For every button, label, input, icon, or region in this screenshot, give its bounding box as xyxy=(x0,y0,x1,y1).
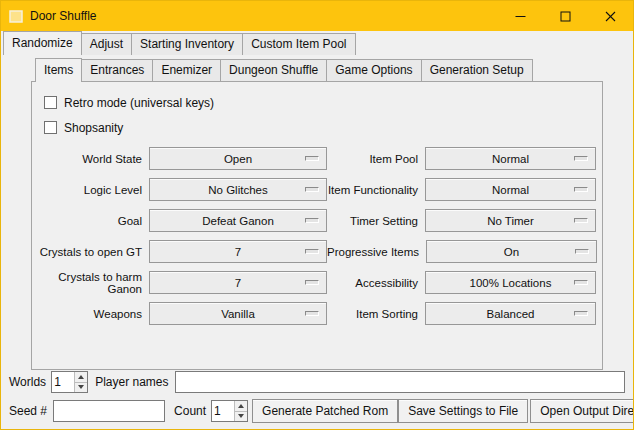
bottom-controls: Worlds Player names Seed # Count xyxy=(1,370,633,430)
world-state-value: Open xyxy=(224,153,252,165)
count-spin-buttons xyxy=(234,401,247,421)
dropdown-indicator-icon xyxy=(574,156,588,161)
item-functionality-dropdown[interactable]: Normal xyxy=(425,178,596,201)
dropdown-indicator-icon xyxy=(305,280,319,285)
option-row: Logic Level No Glitches Item Functionali… xyxy=(38,174,596,205)
dropdown-indicator-icon xyxy=(574,280,588,285)
shopsanity-label: Shopsanity xyxy=(64,121,123,135)
retro-mode-checkbox[interactable] xyxy=(44,96,57,109)
accessibility-label: Accessibility xyxy=(327,277,418,289)
crystals-harm-ganon-label: Crystals to harm Ganon xyxy=(38,271,142,295)
inner-tab-bar: Items Entrances Enemizer Dungeon Shuffle… xyxy=(31,58,603,81)
world-state-label: World State xyxy=(38,153,142,165)
window-title: Door Shuffle xyxy=(30,9,97,23)
seed-label: Seed # xyxy=(9,404,47,418)
count-spinner[interactable] xyxy=(211,400,248,422)
player-names-label: Player names xyxy=(95,375,168,389)
item-sorting-value: Balanced xyxy=(487,308,535,320)
item-pool-value: Normal xyxy=(492,153,529,165)
close-button[interactable] xyxy=(588,1,633,31)
accessibility-dropdown[interactable]: 100% Locations xyxy=(425,271,596,294)
timer-setting-label: Timer Setting xyxy=(327,215,418,227)
items-panel: Retro mode (universal keys) Shopsanity W… xyxy=(31,81,603,370)
multiworld-row: Worlds Player names xyxy=(9,370,625,394)
client-area: Randomize Adjust Starting Inventory Cust… xyxy=(1,31,633,429)
timer-setting-dropdown[interactable]: No Timer xyxy=(425,209,596,232)
count-spin-up[interactable] xyxy=(235,401,247,411)
shopsanity-checkbox[interactable] xyxy=(44,121,57,134)
retro-mode-row: Retro mode (universal keys) xyxy=(38,90,596,115)
worlds-spin-up[interactable] xyxy=(75,372,87,382)
weapons-dropdown[interactable]: Vanilla xyxy=(149,302,327,325)
arrow-down-icon xyxy=(78,385,84,389)
tab-dungeon-shuffle[interactable]: Dungeon Shuffle xyxy=(221,59,327,81)
tab-generation-setup[interactable]: Generation Setup xyxy=(422,59,533,81)
window-controls xyxy=(498,1,633,31)
weapons-label: Weapons xyxy=(38,308,142,320)
count-spin-down[interactable] xyxy=(235,411,247,422)
tab-enemizer[interactable]: Enemizer xyxy=(153,59,221,81)
tab-custom-item-pool[interactable]: Custom Item Pool xyxy=(243,33,355,55)
dropdown-indicator-icon xyxy=(305,156,319,161)
save-settings-button[interactable]: Save Settings to File xyxy=(398,399,528,423)
randomize-notebook: Items Entrances Enemizer Dungeon Shuffle… xyxy=(31,58,603,370)
item-functionality-label: Item Functionality xyxy=(327,184,418,196)
count-label: Count xyxy=(174,404,206,418)
dropdown-indicator-icon xyxy=(574,187,588,192)
arrow-up-icon xyxy=(78,375,84,379)
world-state-dropdown[interactable]: Open xyxy=(149,147,327,170)
worlds-spin-buttons xyxy=(74,372,87,392)
tab-adjust[interactable]: Adjust xyxy=(82,33,132,55)
dropdown-indicator-icon xyxy=(305,311,319,316)
minimize-button[interactable] xyxy=(498,1,543,31)
progressive-items-dropdown[interactable]: On xyxy=(426,240,597,263)
dropdown-indicator-icon xyxy=(305,187,319,192)
crystals-open-gt-label: Crystals to open GT xyxy=(38,246,142,258)
door-shuffle-window: Door Shuffle Randomize Adjust Starting I… xyxy=(0,0,634,430)
maximize-button[interactable] xyxy=(543,1,588,31)
crystals-harm-ganon-dropdown[interactable]: 7 xyxy=(149,271,327,294)
crystals-harm-ganon-value: 7 xyxy=(235,277,241,289)
goal-value: Defeat Ganon xyxy=(202,215,274,227)
outer-tab-bar: Randomize Adjust Starting Inventory Cust… xyxy=(1,31,633,55)
seed-input[interactable] xyxy=(53,400,165,422)
titlebar[interactable]: Door Shuffle xyxy=(1,1,633,31)
logic-level-dropdown[interactable]: No Glitches xyxy=(149,178,327,201)
tab-randomize[interactable]: Randomize xyxy=(3,31,82,55)
player-names-input[interactable] xyxy=(175,371,626,393)
worlds-spinner[interactable] xyxy=(51,371,88,393)
logic-level-label: Logic Level xyxy=(38,184,142,196)
shopsanity-row: Shopsanity xyxy=(38,115,596,140)
arrow-up-icon xyxy=(238,404,244,408)
item-pool-label: Item Pool xyxy=(327,153,418,165)
dropdown-indicator-icon xyxy=(305,218,319,223)
item-pool-dropdown[interactable]: Normal xyxy=(425,147,596,170)
progressive-items-label: Progressive Items xyxy=(327,246,419,258)
worlds-spin-down[interactable] xyxy=(75,382,87,393)
tab-entrances[interactable]: Entrances xyxy=(82,59,153,81)
timer-setting-value: No Timer xyxy=(487,215,534,227)
crystals-open-gt-dropdown[interactable]: 7 xyxy=(149,240,327,263)
app-icon xyxy=(8,8,24,24)
seed-row: Seed # Count Generate Patched Rom Save S… xyxy=(9,398,625,424)
count-input[interactable] xyxy=(212,401,234,421)
goal-dropdown[interactable]: Defeat Ganon xyxy=(149,209,327,232)
logic-level-value: No Glitches xyxy=(208,184,267,196)
tab-items[interactable]: Items xyxy=(35,58,82,82)
option-row: Crystals to harm Ganon 7 Accessibility 1… xyxy=(38,267,596,298)
item-sorting-label: Item Sorting xyxy=(327,308,418,320)
tab-game-options[interactable]: Game Options xyxy=(327,59,421,81)
tab-starting-inventory[interactable]: Starting Inventory xyxy=(132,33,243,55)
dropdown-indicator-icon xyxy=(575,249,589,254)
arrow-down-icon xyxy=(238,414,244,418)
option-row: World State Open Item Pool Normal xyxy=(38,143,596,174)
accessibility-value: 100% Locations xyxy=(470,277,552,289)
generate-patched-rom-button[interactable]: Generate Patched Rom xyxy=(252,399,398,423)
option-row: Weapons Vanilla Item Sorting Balanced xyxy=(38,298,596,329)
item-sorting-dropdown[interactable]: Balanced xyxy=(425,302,596,325)
worlds-input[interactable] xyxy=(52,372,74,392)
options-grid: World State Open Item Pool Normal Logic … xyxy=(38,143,596,329)
item-functionality-value: Normal xyxy=(492,184,529,196)
open-output-directory-button[interactable]: Open Output Directory xyxy=(530,399,634,423)
crystals-open-gt-value: 7 xyxy=(235,246,241,258)
